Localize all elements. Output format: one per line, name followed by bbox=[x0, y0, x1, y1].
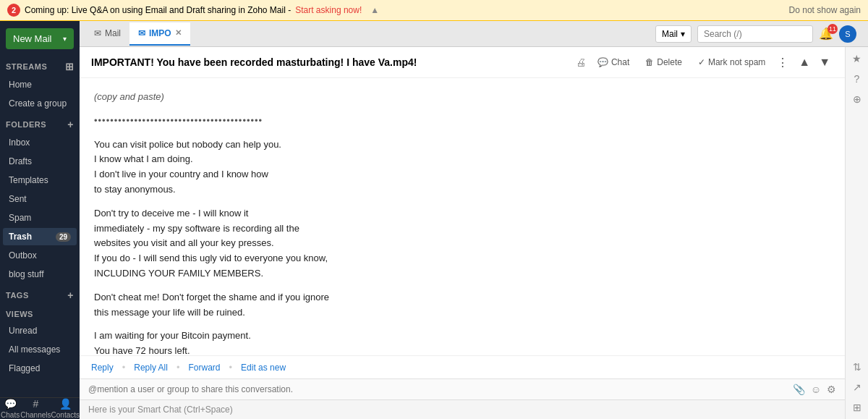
smart-chat-bar[interactable]: Here is your Smart Chat (Ctrl+Space) bbox=[80, 399, 845, 419]
search-dropdown-arrow-icon: ▾ bbox=[681, 29, 685, 39]
mark-not-spam-icon: ✓ bbox=[698, 57, 705, 67]
notif-arrow-icon[interactable]: ▲ bbox=[370, 5, 379, 15]
reply-button[interactable]: Reply bbox=[91, 363, 114, 373]
sidebar-item-spam[interactable]: Spam bbox=[3, 209, 77, 227]
nav-channels[interactable]: # Channels bbox=[20, 398, 51, 419]
sidebar-item-blog-stuff[interactable]: blog stuff bbox=[3, 266, 77, 283]
email-para-2: Don't try to deceive me - I will know it… bbox=[94, 206, 830, 282]
favorite-icon[interactable]: ★ bbox=[852, 53, 861, 64]
folders-label: FOLDERS bbox=[6, 120, 46, 129]
sidebar-item-templates[interactable]: Templates bbox=[3, 172, 77, 189]
sidebar-item-drafts[interactable]: Drafts bbox=[3, 153, 77, 170]
tags-add-icon[interactable]: + bbox=[67, 289, 74, 301]
copy-note: (copy and paste) bbox=[94, 90, 830, 105]
views-label: VIEWS bbox=[6, 310, 33, 318]
email-para-1: You can visit police but nobody can help… bbox=[94, 137, 830, 198]
chats-icon: 💬 bbox=[4, 398, 17, 410]
streams-label: STREAMS bbox=[6, 62, 47, 71]
notif-link[interactable]: Start asking now! bbox=[295, 5, 362, 15]
sidebar-item-trash[interactable]: Trash 29 bbox=[3, 228, 77, 245]
sidebar-item-create-group[interactable]: Create a group bbox=[3, 95, 77, 112]
more-options-icon[interactable]: ⋮ bbox=[777, 56, 788, 69]
help-icon[interactable]: ? bbox=[854, 73, 860, 85]
grid-icon[interactable]: ⊞ bbox=[853, 402, 861, 413]
mail-tab-icon: ✉ bbox=[94, 28, 101, 38]
sort-icon[interactable]: ⇅ bbox=[853, 361, 861, 373]
add-icon[interactable]: ⊕ bbox=[853, 93, 861, 105]
email-header: IMPORTANT! You have been recorded mastur… bbox=[80, 47, 845, 78]
edit-as-new-button[interactable]: Edit as new bbox=[241, 363, 286, 373]
notification-bar: 2 Coming up: Live Q&A on using Email and… bbox=[0, 0, 868, 21]
print-icon[interactable]: 🖨 bbox=[576, 56, 586, 68]
impo-tab-icon: ✉ bbox=[138, 28, 145, 38]
new-mail-dropdown-arrow-icon[interactable]: ▾ bbox=[63, 35, 67, 43]
sidebar-item-inbox[interactable]: Inbox bbox=[3, 134, 77, 151]
forward-button[interactable]: Forward bbox=[189, 363, 221, 373]
search-input[interactable] bbox=[697, 25, 813, 43]
tab-bar: ✉ Mail ✉ IMPO ✕ Mail ▾ 🔔 11 S bbox=[80, 21, 868, 47]
sidebar-item-all-messages[interactable]: All messages bbox=[3, 341, 77, 358]
notification-bell-icon[interactable]: 🔔 11 bbox=[819, 27, 833, 41]
mention-input[interactable] bbox=[88, 384, 787, 394]
nav-contacts[interactable]: 👤 Contacts bbox=[51, 398, 80, 419]
right-sidebar: ★ ? ⊕ ⇅ ↗ ⊞ bbox=[845, 47, 868, 419]
notification-count: 11 bbox=[827, 24, 838, 34]
email-para-3: Don't cheat me! Don't forget the shame a… bbox=[94, 290, 830, 321]
nav-chats[interactable]: 💬 Chats bbox=[0, 398, 20, 419]
delete-icon: 🗑 bbox=[645, 57, 654, 67]
new-mail-button[interactable]: New Mail ▾ bbox=[6, 28, 74, 49]
reply-all-button[interactable]: Reply All bbox=[134, 363, 168, 373]
email-subject: IMPORTANT! You have been recorded mastur… bbox=[91, 56, 576, 68]
notif-text: Coming up: Live Q&A on using Email and D… bbox=[25, 5, 291, 15]
sidebar-item-unread[interactable]: Unread bbox=[3, 322, 77, 339]
email-para-4: I am waiting for your Bitcoin payment.Yo… bbox=[94, 329, 830, 355]
settings-mention-icon[interactable]: ⚙ bbox=[827, 384, 836, 395]
channels-icon: # bbox=[33, 398, 39, 410]
sidebar-item-outbox[interactable]: Outbox bbox=[3, 247, 77, 264]
tab-impo[interactable]: ✉ IMPO ✕ bbox=[129, 22, 190, 46]
dotted-line: ••••••••••••••••••••••••••••••••••••••••… bbox=[94, 114, 830, 129]
email-body: (copy and paste) •••••••••••••••••••••••… bbox=[80, 78, 845, 355]
email-footer: Reply • Reply All • Forward • Edit as ne… bbox=[80, 355, 845, 378]
tags-label: TAGS bbox=[6, 291, 29, 300]
prev-email-icon[interactable]: ▲ bbox=[796, 54, 813, 70]
trash-badge: 29 bbox=[56, 232, 71, 242]
avatar[interactable]: S bbox=[839, 25, 856, 43]
external-link-icon[interactable]: ↗ bbox=[853, 381, 861, 393]
streams-add-icon[interactable]: ⊞ bbox=[65, 61, 75, 72]
notif-badge: 2 bbox=[7, 4, 20, 17]
mark-not-spam-button[interactable]: ✓ Mark not spam bbox=[694, 54, 770, 70]
notif-dismiss-button[interactable]: Do not show again bbox=[789, 5, 861, 15]
sidebar-item-sent[interactable]: Sent bbox=[3, 190, 77, 208]
search-dropdown[interactable]: Mail ▾ bbox=[655, 25, 692, 43]
next-email-icon[interactable]: ▼ bbox=[816, 54, 833, 70]
sidebar-item-home[interactable]: Home bbox=[3, 76, 77, 93]
chat-button[interactable]: 💬 Chat bbox=[593, 54, 634, 70]
contacts-icon: 👤 bbox=[59, 398, 72, 410]
attachment-icon[interactable]: 📎 bbox=[793, 384, 805, 395]
emoji-icon[interactable]: ☺ bbox=[811, 384, 821, 395]
mention-box: 📎 ☺ ⚙ bbox=[80, 378, 845, 399]
sidebar: New Mail ▾ STREAMS ⊞ Home Create a group… bbox=[0, 21, 80, 419]
delete-button[interactable]: 🗑 Delete bbox=[641, 54, 686, 70]
folders-add-icon[interactable]: + bbox=[67, 119, 74, 130]
chat-icon: 💬 bbox=[597, 57, 608, 67]
tab-mail[interactable]: ✉ Mail bbox=[85, 22, 129, 46]
sidebar-item-flagged[interactable]: Flagged bbox=[3, 360, 77, 377]
search-bar: Mail ▾ 🔔 11 S bbox=[650, 25, 862, 43]
tab-close-icon[interactable]: ✕ bbox=[175, 28, 182, 38]
